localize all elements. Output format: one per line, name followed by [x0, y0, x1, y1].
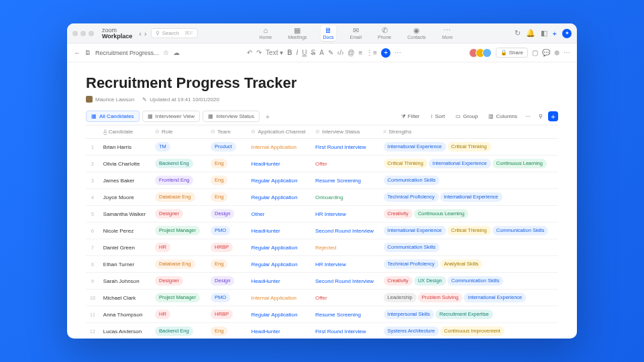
nav-contacts[interactable]: ◉Contacts	[405, 25, 429, 41]
text-style[interactable]: Text ▾	[266, 49, 283, 56]
cell-candidate[interactable]: James Baker	[99, 172, 151, 189]
video-icon[interactable]: ▢	[532, 49, 538, 56]
strength-chip[interactable]: Critical Thinking	[447, 226, 491, 235]
cell-status[interactable]: First Round Interview	[311, 139, 380, 156]
strength-chip[interactable]: Problem Solving	[418, 293, 463, 302]
back-button[interactable]: ←	[74, 49, 80, 56]
cell-strengths[interactable]: CreativityUX DesignCommunication Skills	[380, 273, 558, 290]
italic-icon[interactable]: I	[296, 49, 298, 56]
strength-chip[interactable]: International Experience	[429, 159, 491, 168]
sort-button[interactable]: ↕Sort	[428, 112, 448, 121]
table-row[interactable]: 1Brian HarrisTMProductInternal Applicati…	[86, 139, 558, 156]
cell-role[interactable]: Designer	[151, 206, 207, 223]
globe-icon[interactable]: ⊕	[554, 49, 559, 56]
cell-channel[interactable]: Regular Application	[247, 239, 311, 256]
nav-phone[interactable]: ✆Phone	[375, 25, 394, 41]
strength-chip[interactable]: UX Design	[414, 276, 446, 286]
table-row[interactable]: 5Samantha WalkerDesignerDesignOtherHR In…	[86, 206, 558, 223]
strength-chip[interactable]: Technical Proficiency	[384, 192, 439, 202]
cell-candidate[interactable]: Lucas Anderson	[99, 323, 151, 339]
panel-icon[interactable]: ◧	[541, 29, 547, 38]
cell-strengths[interactable]: Critical ThinkingInternational Experienc…	[380, 156, 558, 172]
tab-all-candidates[interactable]: ▦All Candidates	[86, 111, 140, 122]
cell-strengths[interactable]: International ExperienceCritical Thinkin…	[380, 223, 558, 239]
list-icon[interactable]: ⋮≡	[366, 49, 377, 56]
cell-status[interactable]: Resume Screening	[311, 306, 380, 323]
table-row[interactable]: 12Lucas AndersonBackend EngEngHeadHunter…	[86, 323, 558, 339]
cell-team[interactable]: PMO	[207, 290, 247, 306]
cell-team[interactable]: Eng	[207, 256, 247, 273]
page-title[interactable]: Recruitment Progress Tracker	[86, 74, 558, 92]
strength-chip[interactable]: Interpersonal Skills	[384, 310, 434, 319]
cell-channel[interactable]: Regular Application	[247, 306, 311, 323]
cell-role[interactable]: Database Eng	[151, 256, 207, 273]
strength-chip[interactable]: Recruitment Expertise	[435, 310, 493, 319]
cell-candidate[interactable]: Anna Thompson	[99, 306, 151, 323]
filter-button[interactable]: ⧩Filter	[398, 112, 423, 121]
strength-chip[interactable]: Critical Thinking	[384, 159, 427, 168]
forward-icon[interactable]: ›	[144, 29, 147, 38]
cell-candidate[interactable]: Nicole Perez	[99, 223, 151, 239]
table-row[interactable]: 3James BakerFrontend EngEngRegular Appli…	[86, 172, 558, 189]
cell-channel[interactable]: Regular Application	[247, 256, 311, 273]
col-interview-status[interactable]: ⊙Interview Status	[311, 125, 380, 139]
bold-icon[interactable]: B	[287, 49, 292, 56]
strength-chip[interactable]: Continuous Improvement	[440, 326, 504, 336]
nav-email[interactable]: ✉Email	[347, 25, 364, 41]
cell-channel[interactable]: HeadHunter	[247, 323, 311, 339]
nav-home[interactable]: ⌂Home	[256, 25, 274, 41]
group-button[interactable]: ▭Group	[453, 112, 480, 121]
cell-status[interactable]: Offer	[311, 156, 380, 172]
search-input[interactable]: ⚲ Search ⌘F	[151, 28, 198, 38]
cell-team[interactable]: Design	[207, 273, 247, 290]
cell-channel[interactable]: Regular Application	[247, 172, 311, 189]
strength-chip[interactable]: Critical Thinking	[447, 142, 491, 152]
nav-meetings[interactable]: ▦Meetings	[285, 25, 309, 41]
col-application-channel[interactable]: ⊙Application Channel	[247, 125, 311, 139]
cell-status[interactable]: Resume Screening	[311, 172, 380, 189]
cell-candidate[interactable]: Brian Harris	[99, 139, 151, 156]
cell-channel[interactable]: Other	[247, 206, 311, 223]
table-row[interactable]: 11Anna ThompsonHRHRBPRegular Application…	[86, 306, 558, 323]
cell-role[interactable]: Project Manager	[151, 223, 207, 239]
col-candidate[interactable]: A̲Candidate	[99, 125, 151, 139]
strength-chip[interactable]: Communication Skills	[384, 176, 440, 185]
cell-role[interactable]: HR	[151, 306, 207, 323]
strength-chip[interactable]: Systems Architecture	[384, 326, 439, 336]
cell-status[interactable]: Rejected	[311, 239, 380, 256]
cell-role[interactable]: Backend Eng	[151, 156, 207, 172]
nav-more[interactable]: ⋯More	[439, 25, 455, 41]
cell-status[interactable]: First Round Interview	[311, 323, 380, 339]
doc-title-crumb[interactable]: Recruitment Progress...	[95, 50, 159, 56]
back-icon[interactable]: ‹	[139, 29, 142, 38]
cell-channel[interactable]: Internal Application	[247, 290, 311, 306]
strength-chip[interactable]: International Experience	[384, 226, 446, 235]
strength-chip[interactable]: Communication Skills	[492, 226, 549, 235]
font-color-icon[interactable]: A	[319, 49, 324, 56]
col-role[interactable]: ⊙Role	[151, 125, 207, 139]
underline-icon[interactable]: U	[302, 49, 307, 56]
star-icon[interactable]: ☆	[163, 49, 169, 56]
user-avatar[interactable]: ✦	[562, 29, 572, 38]
cell-role[interactable]: Frontend Eng	[151, 172, 207, 189]
cell-strengths[interactable]: Interpersonal SkillsRecruitment Expertis…	[380, 306, 558, 323]
cell-candidate[interactable]: Ethan Turner	[99, 256, 151, 273]
cell-status[interactable]: Offer	[311, 290, 380, 306]
nav-docs[interactable]: 🗎Docs	[321, 25, 337, 41]
strength-chip[interactable]: Communication Skills	[447, 276, 504, 286]
cell-team[interactable]: Product	[207, 139, 247, 156]
cell-status[interactable]: Second Round Interview	[311, 223, 380, 239]
cell-strengths[interactable]: International ExperienceCritical Thinkin…	[380, 139, 558, 156]
cell-status[interactable]: Second Round Interview	[311, 273, 380, 290]
cell-candidate[interactable]: Daniel Green	[99, 239, 151, 256]
presence-avatars[interactable]	[469, 48, 492, 58]
columns-button[interactable]: ▥Columns	[486, 112, 520, 121]
history-icon[interactable]: ↻	[515, 29, 521, 38]
code-icon[interactable]: ‹/›	[337, 49, 343, 56]
table-row[interactable]: 10Michael ClarkProject ManagerPMOInterna…	[86, 290, 558, 306]
strength-chip[interactable]: Creativity	[384, 276, 413, 286]
cell-candidate[interactable]: Sarah Johnson	[99, 273, 151, 290]
strike-icon[interactable]: S	[311, 49, 315, 56]
comment-icon[interactable]: 💬	[542, 49, 550, 56]
cell-strengths[interactable]: Systems ArchitectureContinuous Improveme…	[380, 323, 558, 339]
